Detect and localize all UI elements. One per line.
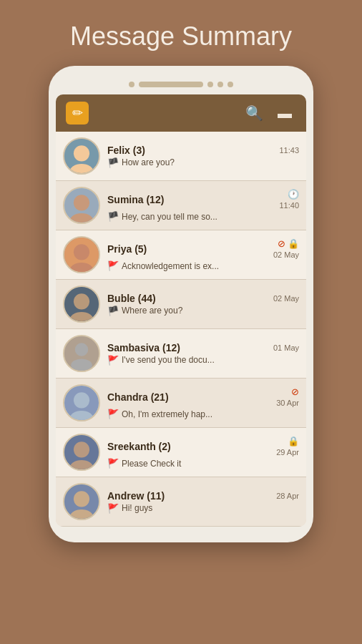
avatar-andrew bbox=[63, 483, 100, 520]
msg-preview: Oh, I'm extremely hap... bbox=[122, 409, 299, 419]
message-list: Felix (3) 11:43 🏴 How are you? Sumina (1… bbox=[56, 132, 306, 527]
msg-preview: Hi! guys bbox=[122, 503, 299, 513]
app-bar: ✏ 🔍 ▬ bbox=[56, 94, 306, 132]
msg-time: 11:40 bbox=[279, 201, 299, 210]
svg-point-1 bbox=[74, 145, 89, 161]
app-logo: ✏ bbox=[66, 102, 89, 125]
conversation-item-sumina[interactable]: Sumina (12) 🕐11:40 🏴 Hey, can you tell m… bbox=[56, 181, 306, 230]
phone-frame: ✏ 🔍 ▬ Felix (3) 11:43 🏴 How are you? bbox=[49, 66, 313, 542]
contact-name: Sambasiva (12) bbox=[107, 342, 180, 353]
conversation-item-buble[interactable]: Buble (44) 02 May 🏴 Where are you? bbox=[56, 280, 306, 329]
msg-content-buble: Buble (44) 02 May 🏴 Where are you? bbox=[107, 293, 299, 316]
phone-notch bbox=[56, 82, 306, 87]
contact-name: Sumina (12) bbox=[107, 194, 164, 205]
msg-preview: Where are you? bbox=[122, 306, 299, 316]
svg-point-7 bbox=[74, 244, 89, 260]
svg-point-13 bbox=[75, 343, 88, 356]
page-title: Message Summary bbox=[0, 21, 362, 52]
contact-name: Chandra (21) bbox=[107, 391, 169, 403]
contact-name: Priya (5) bbox=[107, 243, 147, 255]
conversation-item-sreekanth[interactable]: Sreekanth (2) 🔒29 Apr 🚩 Please Check it bbox=[56, 428, 306, 477]
msg-preview: I've send you the docu... bbox=[122, 355, 299, 365]
contact-name: Felix (3) bbox=[107, 145, 145, 156]
svg-point-10 bbox=[74, 293, 89, 309]
msg-time: 30 Apr bbox=[276, 399, 299, 407]
avatar-sumina bbox=[63, 187, 100, 224]
msg-content-chandra: Chandra (21) ⊘30 Apr 🚩 Oh, I'm extremely… bbox=[107, 386, 299, 419]
status-icons: 🕐 bbox=[288, 189, 299, 200]
msg-content-priya: Priya (5) ⊘🔒02 May 🚩 Acknowledgement is … bbox=[107, 238, 299, 271]
msg-preview: Please Check it bbox=[122, 459, 299, 469]
notch-dot-right bbox=[207, 82, 213, 87]
avatar-buble bbox=[63, 286, 100, 323]
msg-content-sreekanth: Sreekanth (2) 🔒29 Apr 🚩 Please Check it bbox=[107, 436, 299, 469]
notch-dot-extra1 bbox=[217, 82, 223, 87]
conversation-item-felix[interactable]: Felix (3) 11:43 🏴 How are you? bbox=[56, 132, 306, 181]
phone-screen: ✏ 🔍 ▬ Felix (3) 11:43 🏴 How are you? bbox=[56, 94, 306, 527]
status-icons: ⊘🔒 bbox=[278, 238, 299, 249]
avatar-sreekanth bbox=[63, 434, 100, 471]
conversation-item-sambasiva[interactable]: Sambasiva (12) 01 May 🚩 I've send you th… bbox=[56, 329, 306, 379]
lock-icon: 🔒 bbox=[288, 238, 299, 249]
avatar-chandra bbox=[63, 384, 100, 421]
contact-name: Sreekanth (2) bbox=[107, 441, 171, 452]
notch-bar bbox=[139, 82, 203, 87]
notch-dot-left bbox=[129, 82, 134, 87]
svg-point-22 bbox=[74, 491, 89, 507]
msg-time: 28 Apr bbox=[276, 492, 299, 500]
status-icons: 🔒 bbox=[288, 436, 299, 447]
svg-point-19 bbox=[74, 441, 89, 457]
status-icons: ⊘ bbox=[291, 386, 299, 397]
msg-time: 11:43 bbox=[279, 146, 299, 155]
avatar-priya bbox=[63, 236, 100, 273]
conversation-item-priya[interactable]: Priya (5) ⊘🔒02 May 🚩 Acknowledgement is … bbox=[56, 230, 306, 280]
lock-icon: 🔒 bbox=[288, 436, 299, 447]
msg-preview: How are you? bbox=[122, 157, 299, 167]
msg-content-sumina: Sumina (12) 🕐11:40 🏴 Hey, can you tell m… bbox=[107, 189, 299, 222]
avatar-felix bbox=[63, 137, 100, 175]
msg-time: 02 May bbox=[273, 250, 299, 259]
contact-name: Andrew (11) bbox=[107, 490, 165, 502]
msg-preview: Hey, can you tell me so... bbox=[122, 212, 299, 222]
msg-time: 01 May bbox=[273, 343, 299, 352]
menu-button[interactable]: ▬ bbox=[273, 104, 296, 123]
blocked-icon: ⊘ bbox=[278, 238, 285, 249]
msg-time: 29 Apr bbox=[276, 448, 299, 457]
msg-time: 02 May bbox=[273, 294, 299, 303]
msg-content-felix: Felix (3) 11:43 🏴 How are you? bbox=[107, 145, 299, 168]
search-button[interactable]: 🔍 bbox=[241, 103, 268, 123]
msg-content-andrew: Andrew (11) 28 Apr 🚩 Hi! guys bbox=[107, 490, 299, 514]
contact-name: Buble (44) bbox=[107, 293, 156, 304]
svg-point-16 bbox=[74, 392, 89, 408]
clock-icon: 🕐 bbox=[288, 189, 299, 200]
avatar-sambasiva bbox=[63, 335, 100, 372]
conversation-item-andrew[interactable]: Andrew (11) 28 Apr 🚩 Hi! guys bbox=[56, 477, 306, 527]
notch-dot-extra2 bbox=[228, 82, 233, 87]
msg-preview: Acknowledgement is ex... bbox=[122, 261, 299, 271]
msg-content-sambasiva: Sambasiva (12) 01 May 🚩 I've send you th… bbox=[107, 342, 299, 366]
blocked-icon: ⊘ bbox=[291, 386, 299, 397]
conversation-item-chandra[interactable]: Chandra (21) ⊘30 Apr 🚩 Oh, I'm extremely… bbox=[56, 379, 306, 428]
svg-point-4 bbox=[74, 195, 89, 210]
